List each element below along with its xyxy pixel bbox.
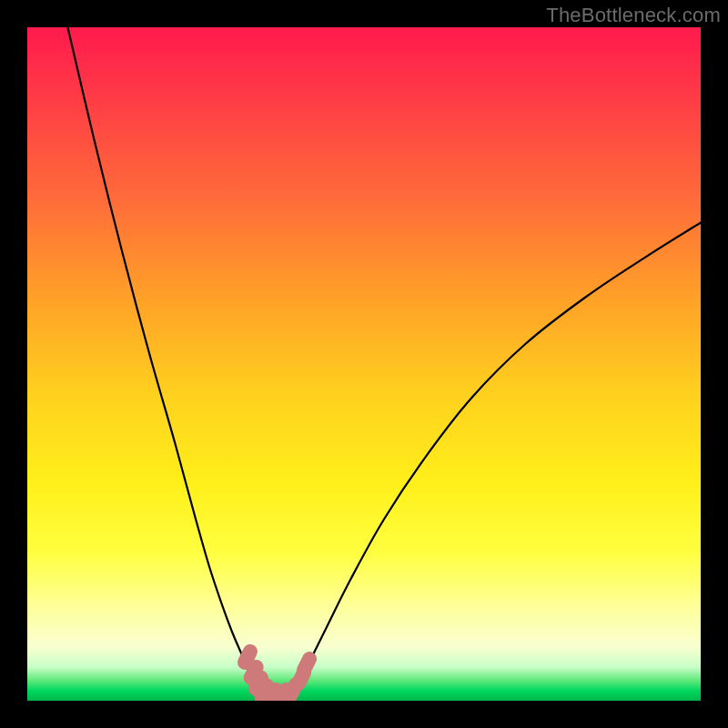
curve-layer: [27, 27, 701, 701]
chart-frame: TheBottleneck.com: [0, 0, 728, 728]
watermark-text: TheBottleneck.com: [546, 4, 721, 27]
highlight-markers: [245, 652, 309, 701]
highlight-point: [245, 652, 250, 662]
right-curve: [290, 223, 701, 698]
highlight-point: [304, 659, 309, 670]
left-curve: [67, 27, 263, 697]
plot-area: [27, 27, 701, 701]
